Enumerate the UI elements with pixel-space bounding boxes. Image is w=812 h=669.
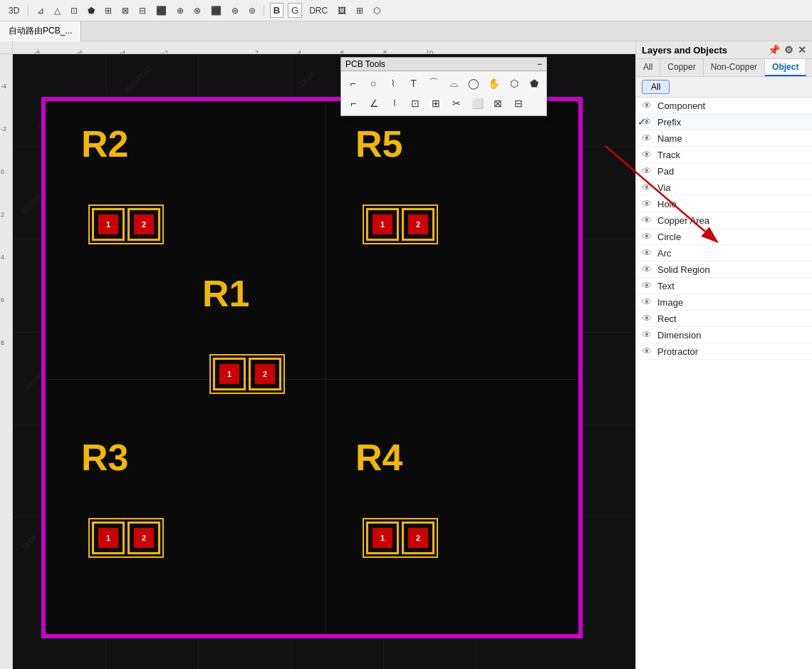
tool-rect[interactable]: ⊡	[406, 94, 425, 113]
tool-image[interactable]: ⬟	[526, 74, 543, 93]
tool-corner[interactable]: ⌐	[344, 94, 363, 113]
pads-r1: 1 2	[209, 354, 285, 394]
canvas-area[interactable]: chenhai qi 2024-01-31 chenhai qi 2024-01…	[13, 54, 635, 669]
eye-via[interactable]: 👁	[642, 182, 652, 193]
eye-name[interactable]: 👁	[642, 133, 652, 144]
toolbar-icon-3[interactable]: ⊡	[68, 4, 80, 17]
close-icon[interactable]: ✕	[798, 44, 806, 56]
list-item-text[interactable]: 👁 Text	[636, 278, 812, 294]
eye-arc[interactable]: 👁	[642, 247, 652, 259]
tool-circle2[interactable]: ◯	[465, 74, 483, 93]
eye-dimension[interactable]: 👁	[642, 329, 652, 341]
pin-icon[interactable]: 📌	[768, 44, 780, 56]
list-item-hole[interactable]: 👁 Hole	[636, 196, 812, 212]
list-item-pad[interactable]: 👁 Pad	[636, 163, 812, 180]
eye-text[interactable]: 👁	[642, 280, 652, 291]
toolbar-icon-13[interactable]: ⊜	[246, 4, 259, 17]
tool-3d[interactable]: ⊟	[509, 94, 528, 113]
list-item-solid-region[interactable]: 👁 Solid Region	[636, 261, 812, 278]
tab-non-copper[interactable]: Non-Copper	[704, 59, 765, 76]
list-item-component[interactable]: 👁 Component	[636, 98, 812, 114]
tool-route[interactable]: ⌐	[344, 74, 362, 93]
pad-r1-2[interactable]: 2	[249, 358, 281, 390]
tab-object[interactable]: Object	[765, 59, 806, 76]
tool-fab[interactable]: ⊠	[489, 94, 507, 113]
ruler-mark-v1: -4	[1, 83, 6, 90]
list-item-rect[interactable]: 👁 Rect	[636, 311, 812, 327]
list-item-via[interactable]: 👁 Via	[636, 180, 812, 196]
list-item-circle[interactable]: 👁 Circle	[636, 229, 812, 245]
tool-box[interactable]: ⬜	[468, 94, 486, 113]
pad-r4-2[interactable]: 2	[402, 522, 434, 554]
toolbar-img-btn[interactable]: 🖼	[335, 4, 349, 17]
tab-all[interactable]: All	[636, 59, 660, 76]
eye-circle[interactable]: 👁	[642, 231, 652, 242]
toolbar-icon-12[interactable]: ⊛	[229, 4, 241, 17]
list-item-prefix[interactable]: ✓ 👁 Prefix	[636, 114, 812, 130]
toolbar-icon-10[interactable]: ⊗	[191, 4, 204, 17]
toolbar-icon-9[interactable]: ⊕	[174, 4, 187, 17]
list-item-name[interactable]: 👁 Name	[636, 130, 812, 147]
tool-pad[interactable]: ⌇	[385, 74, 402, 93]
eye-track[interactable]: 👁	[642, 149, 652, 160]
pads-r2: 1 2	[88, 204, 164, 244]
list-item-copper-area[interactable]: 👁 Copper Area	[636, 212, 812, 229]
toolbar-g-btn[interactable]: G	[288, 3, 302, 18]
tool-circle[interactable]: ○	[364, 74, 382, 93]
eye-rect[interactable]: 👁	[642, 313, 652, 324]
eye-image[interactable]: 👁	[642, 296, 652, 308]
list-item-dimension[interactable]: 👁 Dimension	[636, 327, 812, 343]
toolbar-share-btn[interactable]: ⬡	[370, 4, 383, 17]
pcb-tools-minimize[interactable]: −	[537, 59, 542, 69]
toolbar-icon-4[interactable]: ⬟	[85, 4, 98, 17]
tool-via[interactable]: ⌇	[385, 94, 404, 113]
tool-angle[interactable]: ∠	[365, 94, 383, 113]
eye-component[interactable]: 👁	[642, 100, 652, 111]
toolbar-icon-7[interactable]: ⊟	[136, 4, 149, 17]
ruler-mark-neg2: -2	[162, 49, 168, 55]
toolbar-icon-1[interactable]: ⊿	[34, 4, 47, 17]
item-label-text: Text	[657, 281, 675, 291]
sub-btn-all[interactable]: All	[642, 80, 670, 94]
toolbar-icon-2[interactable]: △	[51, 4, 63, 17]
list-item-arc[interactable]: 👁 Arc	[636, 245, 812, 261]
toolbar-icon-11[interactable]: ⬛	[208, 4, 224, 17]
eye-solid-region[interactable]: 👁	[642, 264, 652, 275]
tool-text[interactable]: T	[405, 74, 422, 93]
tool-cut[interactable]: ✂	[447, 94, 466, 113]
toolbar-b-btn[interactable]: B	[270, 3, 283, 18]
tool-select[interactable]: ⬡	[505, 74, 523, 93]
toolbar-layers-btn[interactable]: ⊞	[353, 4, 366, 17]
settings-icon[interactable]: ⚙	[784, 44, 793, 56]
eye-pad[interactable]: 👁	[642, 165, 652, 177]
toolbar-3d-btn[interactable]: 3D	[6, 4, 22, 17]
eye-protractor[interactable]: 👁	[642, 346, 652, 357]
pad-r2-2[interactable]: 2	[127, 208, 160, 241]
tool-grid[interactable]: ⊞	[427, 94, 445, 113]
tab-copper[interactable]: Copper	[660, 59, 703, 76]
tool-hand[interactable]: ✋	[485, 74, 503, 93]
pcb-tools-header[interactable]: PCB Tools −	[341, 58, 546, 71]
pad-r5-2[interactable]: 2	[402, 208, 434, 241]
toolbar-drc-btn[interactable]: DRC	[306, 4, 330, 17]
toolbar-icon-8[interactable]: ⬛	[153, 4, 170, 17]
list-item-image[interactable]: 👁 Image	[636, 294, 812, 311]
tab-pcb[interactable]: 自动路由PCB_...	[0, 21, 81, 41]
pad-r4-1[interactable]: 1	[366, 522, 399, 554]
list-item-protractor[interactable]: 👁 Protractor	[636, 343, 812, 360]
eye-hole[interactable]: 👁	[642, 198, 652, 209]
ruler-mark-neg4: -4	[120, 49, 125, 55]
list-item-track[interactable]: 👁 Track	[636, 147, 812, 163]
toolbar-icon-6[interactable]: ⊠	[119, 4, 132, 17]
pad-r3-2[interactable]: 2	[127, 522, 160, 554]
tool-arc1[interactable]: ⌒	[425, 74, 442, 93]
pad-r5-1[interactable]: 1	[366, 208, 399, 241]
tool-arc2[interactable]: ⌓	[444, 74, 462, 93]
eye-copper-area[interactable]: 👁	[642, 214, 652, 226]
pad-r1-1[interactable]: 1	[213, 358, 246, 390]
pad-r3-1[interactable]: 1	[92, 522, 125, 554]
item-label-arc: Arc	[657, 248, 672, 259]
toolbar-icon-5[interactable]: ⊞	[102, 4, 115, 17]
pad-r2-1[interactable]: 1	[92, 208, 125, 241]
top-toolbar: 3D | ⊿ △ ⊡ ⬟ ⊞ ⊠ ⊟ ⬛ ⊕ ⊗ ⬛ ⊛ ⊜ | B G DRC…	[0, 0, 812, 21]
